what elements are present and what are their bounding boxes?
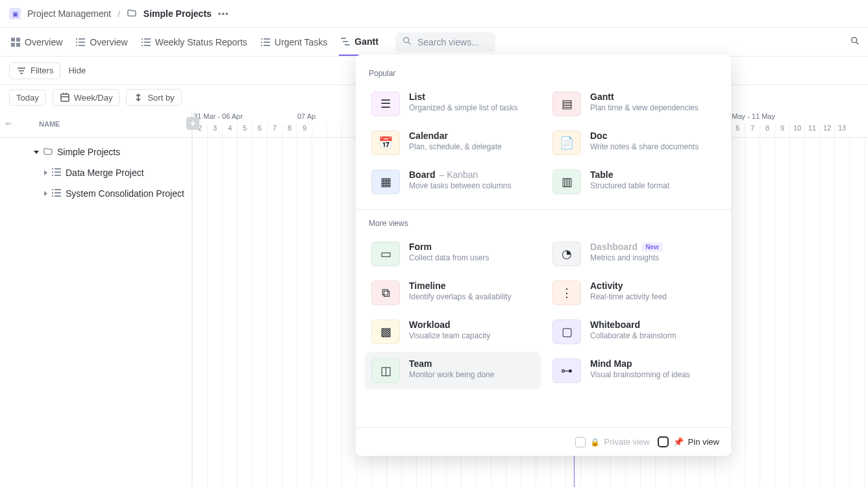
svg-rect-1 — [16, 38, 20, 42]
view-option-team[interactable]: ◫ TeamMonitor work being done — [365, 352, 541, 390]
filters-button[interactable]: Filters — [9, 62, 60, 79]
view-option-form[interactable]: ▭ FormCollect data from users — [365, 235, 541, 273]
dashboard-icon — [10, 37, 21, 47]
search-button[interactable] — [850, 36, 860, 48]
day-cell: 6 — [730, 124, 745, 137]
svg-rect-17 — [264, 38, 270, 40]
svg-rect-29 — [55, 168, 61, 169]
view-option-workload[interactable]: ▩ WorkloadVisualize team capacity — [365, 313, 541, 351]
view-option-gantt[interactable]: ▤ GanttPlan time & view dependencies — [546, 85, 722, 123]
view-option-mindmap[interactable]: ⊶ Mind MapVisual brainstorming of ideas — [546, 352, 722, 390]
breadcrumb-workspace[interactable]: Project Management — [27, 8, 111, 19]
view-picker-scroll[interactable]: Popular ☰ ListOrganized & simple list of… — [356, 55, 731, 427]
section-popular: Popular — [356, 64, 731, 84]
search-icon — [402, 36, 412, 48]
list-icon — [51, 167, 62, 179]
tree-item-label: Simple Projects — [57, 147, 120, 157]
view-option-list[interactable]: ☰ ListOrganized & simple list of tasks — [365, 85, 541, 123]
svg-point-25 — [404, 38, 409, 43]
svg-rect-20 — [261, 45, 262, 46]
private-view-toggle[interactable]: 🔒 Private view — [575, 437, 650, 447]
view-option-timeline[interactable]: ⧉ TimelineIdentify overlaps & availabili… — [365, 274, 541, 312]
list-icon — [75, 37, 86, 47]
svg-rect-14 — [142, 45, 143, 46]
chevron-right-icon — [44, 191, 47, 196]
tree-folder-simple-projects[interactable]: Simple Projects — [0, 142, 192, 162]
day-cell — [327, 124, 341, 137]
svg-rect-7 — [79, 42, 85, 43]
view-picker-dropdown: Popular ☰ ListOrganized & simple list of… — [356, 55, 731, 456]
day-cell: 7 — [267, 124, 282, 137]
calendar-thumb-icon: 📅 — [371, 131, 400, 155]
view-option-activity[interactable]: ⋮ ActivityReal-time activity feed — [546, 274, 722, 312]
table-thumb-icon: ▥ — [552, 169, 581, 194]
svg-rect-9 — [79, 45, 85, 46]
team-thumb-icon: ◫ — [371, 358, 400, 383]
divider — [356, 209, 731, 210]
view-option-calendar[interactable]: 📅 CalendarPlan, schedule, & delegate — [365, 124, 541, 162]
lock-icon: 🔒 — [590, 438, 600, 447]
sortby-button[interactable]: Sort by — [126, 89, 181, 106]
svg-rect-23 — [343, 41, 348, 42]
tab-label: Gantt — [354, 36, 378, 47]
day-cell — [312, 124, 327, 137]
collapse-sidebar-icon[interactable]: ⇐ — [5, 119, 11, 128]
svg-rect-2 — [11, 43, 15, 47]
dashboard-thumb-icon: ◔ — [552, 242, 581, 266]
today-button[interactable]: Today — [9, 90, 46, 106]
pin-view-toggle[interactable]: 📌 Pin view — [658, 436, 719, 447]
hide-button[interactable]: Hide — [68, 66, 86, 75]
day-cell — [341, 124, 356, 137]
view-option-dashboard[interactable]: ◔ DashboardNewMetrics and insights — [546, 235, 722, 273]
view-option-whiteboard[interactable]: ▢ WhiteboardCollaborate & brainstorm — [546, 313, 722, 351]
svg-rect-6 — [76, 42, 77, 43]
view-option-board[interactable]: ▦ Board – KanbanMove tasks between colum… — [365, 163, 541, 201]
svg-rect-28 — [52, 168, 53, 169]
add-button[interactable]: + — [186, 117, 199, 130]
mindmap-thumb-icon: ⊶ — [552, 358, 581, 383]
search-views-input[interactable]: Search views... — [395, 32, 495, 52]
folder-icon — [43, 146, 53, 158]
date-range-label: 31 Mar - 06 Apr — [193, 112, 243, 120]
doc-thumb-icon: 📄 — [552, 131, 581, 155]
folder-icon — [127, 8, 137, 20]
view-option-table[interactable]: ▥ TableStructured table format — [546, 163, 722, 201]
project-tree: Simple Projects Data Merge Project Syste… — [0, 138, 192, 204]
more-menu-button[interactable]: ••• — [218, 9, 229, 19]
tree-item-system-consolidation[interactable]: System Consolidation Project — [0, 183, 192, 204]
svg-rect-13 — [144, 42, 151, 43]
tab-label: Overview — [90, 37, 127, 47]
chevron-right-icon — [44, 170, 47, 175]
tab-urgent-tasks[interactable]: Urgent Tasks — [259, 28, 329, 56]
tab-overview-dashboard[interactable]: Overview — [9, 28, 64, 56]
timeline-thumb-icon: ⧉ — [371, 281, 400, 305]
gantt-icon — [340, 36, 351, 47]
new-badge: New — [641, 242, 663, 252]
dropdown-footer: 🔒 Private view 📌 Pin view — [356, 427, 731, 456]
workload-thumb-icon: ▩ — [371, 319, 400, 344]
gantt-sidebar: ⇐ NAME + Simple Projects Data Merge Proj… — [0, 110, 192, 487]
breadcrumb-separator: / — [118, 9, 120, 19]
svg-rect-16 — [261, 38, 262, 40]
board-thumb-icon: ▦ — [371, 169, 400, 194]
breadcrumb-current[interactable]: Simple Projects — [143, 8, 212, 19]
whiteboard-thumb-icon: ▢ — [552, 319, 581, 344]
name-column-header: ⇐ NAME + — [0, 110, 192, 138]
svg-rect-8 — [76, 45, 77, 46]
svg-rect-27 — [61, 94, 69, 101]
view-option-doc[interactable]: 📄 DocWrite notes & share documents — [546, 124, 722, 162]
tab-overview-list[interactable]: Overview — [74, 28, 129, 56]
day-cell: 9 — [297, 124, 312, 137]
day-cell: 3 — [207, 124, 222, 137]
tab-gantt[interactable]: Gantt — [339, 28, 380, 56]
svg-rect-32 — [52, 175, 53, 176]
checkbox-icon — [658, 436, 669, 447]
svg-rect-3 — [16, 43, 20, 47]
tab-weekly-status[interactable]: Weekly Status Reports — [140, 28, 249, 56]
weekday-button[interactable]: Week/Day — [53, 89, 120, 106]
svg-rect-33 — [55, 175, 61, 176]
pin-icon: 📌 — [673, 437, 684, 447]
tree-item-data-merge[interactable]: Data Merge Project — [0, 162, 192, 183]
svg-rect-37 — [55, 192, 61, 194]
svg-rect-0 — [11, 38, 15, 42]
